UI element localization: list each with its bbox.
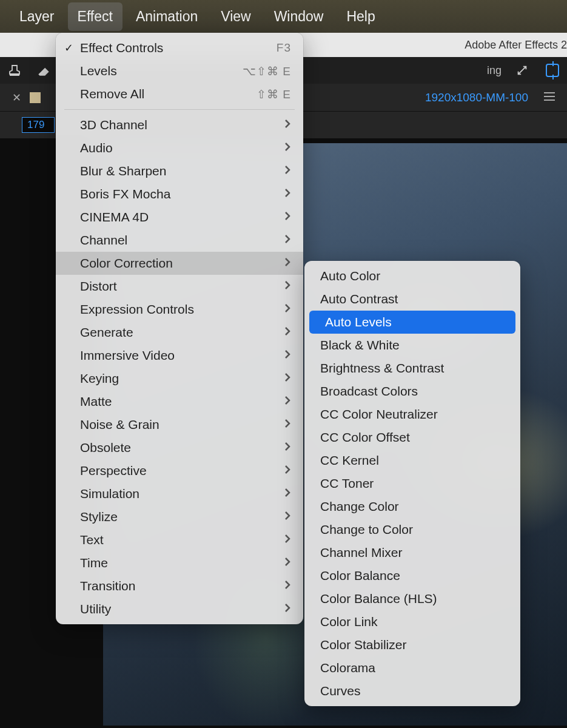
menu-item-label: CC Toner [320, 476, 374, 491]
snapping-icon[interactable] [543, 61, 562, 80]
menu-category-audio[interactable]: Audio [56, 136, 303, 160]
menu-layer[interactable]: Layer [10, 2, 64, 31]
menu-effect-controls[interactable]: ✓ Effect Controls F3 [56, 36, 303, 59]
chevron-right-icon [284, 325, 291, 340]
chevron-right-icon [284, 371, 291, 386]
menu-divider [64, 109, 295, 110]
menu-category-expression-controls[interactable]: Expression Controls [56, 298, 303, 321]
menu-category-perspective[interactable]: Perspective [56, 459, 303, 482]
menu-category-3d-channel[interactable]: 3D Channel [56, 113, 303, 136]
submenu-broadcast-colors[interactable]: Broadcast Colors [304, 380, 520, 403]
submenu-change-to-color[interactable]: Change to Color [304, 518, 520, 541]
menu-category-noise-grain[interactable]: Noise & Grain [56, 413, 303, 436]
shortcut-label: ⇧⌘ E [257, 87, 291, 101]
menu-item-label: Channel Mixer [320, 545, 402, 560]
shortcut-label: F3 [277, 41, 291, 55]
submenu-channel-mixer[interactable]: Channel Mixer [304, 541, 520, 564]
chevron-right-icon [284, 348, 291, 363]
submenu-brightness-contrast[interactable]: Brightness & Contrast [304, 357, 520, 380]
comp-swatch-icon [30, 92, 41, 103]
menu-category-transition[interactable]: Transition [56, 575, 303, 598]
menu-window[interactable]: Window [264, 2, 334, 31]
menu-item-label: Audio [80, 141, 113, 155]
numeric-input[interactable] [22, 117, 55, 133]
menu-item-label: Auto Color [320, 269, 380, 283]
submenu-color-stabilizer[interactable]: Color Stabilizer [304, 633, 520, 656]
menu-item-label: Auto Levels [325, 315, 392, 329]
menu-item-label: Broadcast Colors [320, 384, 418, 399]
menu-category-simulation[interactable]: Simulation [56, 482, 303, 505]
menu-category-utility[interactable]: Utility [56, 598, 303, 621]
menu-item-label: Perspective [80, 463, 147, 478]
menu-category-text[interactable]: Text [56, 528, 303, 551]
menu-item-label: Channel [80, 233, 127, 248]
app-title: Adobe After Effects 2 [465, 39, 567, 52]
menu-category-keying[interactable]: Keying [56, 367, 303, 390]
menu-item-label: Effect Controls [80, 41, 163, 55]
menu-effect[interactable]: Effect [68, 2, 122, 31]
submenu-cc-kernel[interactable]: CC Kernel [304, 449, 520, 472]
menu-remove-all[interactable]: Remove All ⇧⌘ E [56, 83, 303, 106]
composition-name[interactable]: 1920x1080-MM-100 [425, 91, 528, 104]
stamp-tool-icon[interactable] [5, 61, 24, 80]
chevron-right-icon [284, 533, 291, 547]
chevron-right-icon [284, 279, 291, 294]
menu-levels[interactable]: Levels ⌥⇧⌘ E [56, 59, 303, 83]
menu-item-label: Remove All [80, 87, 144, 101]
menu-category-distort[interactable]: Distort [56, 275, 303, 298]
menu-category-obsolete[interactable]: Obsolete [56, 436, 303, 459]
menu-item-label: Change to Color [320, 522, 413, 537]
submenu-curves[interactable]: Curves [304, 679, 520, 703]
menu-category-boris-fx-mocha[interactable]: Boris FX Mocha [56, 183, 303, 206]
submenu-auto-contrast[interactable]: Auto Contrast [304, 288, 520, 311]
menu-item-label: Color Balance (HLS) [320, 592, 437, 606]
menu-item-label: Keying [80, 371, 119, 386]
menu-category-generate[interactable]: Generate [56, 321, 303, 344]
menubar: Layer Effect Animation View Window Help [0, 0, 567, 33]
chevron-right-icon [284, 510, 291, 524]
menu-category-cinema-4d[interactable]: CINEMA 4D [56, 206, 303, 229]
menu-item-label: Time [80, 556, 108, 570]
submenu-color-link[interactable]: Color Link [304, 610, 520, 633]
eraser-tool-icon[interactable] [34, 61, 53, 80]
chevron-right-icon [284, 118, 291, 132]
menu-item-label: Color Link [320, 615, 378, 629]
chevron-right-icon [284, 302, 291, 317]
submenu-cc-color-neutralizer[interactable]: CC Color Neutralizer [304, 403, 520, 426]
menu-help[interactable]: Help [337, 2, 384, 31]
menu-item-label: 3D Channel [80, 118, 147, 132]
expand-icon[interactable] [512, 61, 532, 80]
submenu-color-balance-hls-[interactable]: Color Balance (HLS) [304, 587, 520, 610]
menu-animation[interactable]: Animation [126, 2, 207, 31]
close-tab-icon[interactable]: ✕ [12, 91, 21, 104]
submenu-color-balance[interactable]: Color Balance [304, 564, 520, 587]
submenu-colorama[interactable]: Colorama [304, 656, 520, 679]
chevron-right-icon [284, 187, 291, 201]
submenu-auto-color[interactable]: Auto Color [304, 265, 520, 288]
submenu-cc-color-offset[interactable]: CC Color Offset [304, 426, 520, 449]
menu-item-label: Expression Controls [80, 302, 194, 317]
menu-category-matte[interactable]: Matte [56, 390, 303, 413]
menu-item-label: Blur & Sharpen [80, 164, 166, 178]
chevron-right-icon [284, 579, 291, 593]
color-correction-submenu: Auto ColorAuto ContrastAuto LevelsBlack … [304, 261, 520, 706]
menu-item-label: Levels [80, 64, 117, 78]
menu-item-label: Noise & Grain [80, 417, 159, 432]
menu-category-blur-sharpen[interactable]: Blur & Sharpen [56, 160, 303, 183]
panel-menu-icon[interactable] [544, 92, 555, 103]
menu-view[interactable]: View [211, 2, 260, 31]
menu-category-time[interactable]: Time [56, 551, 303, 575]
menu-category-stylize[interactable]: Stylize [56, 505, 303, 528]
effect-dropdown-menu: ✓ Effect Controls F3 Levels ⌥⇧⌘ E Remove… [56, 33, 303, 624]
chevron-right-icon [284, 487, 291, 501]
submenu-change-color[interactable]: Change Color [304, 495, 520, 518]
submenu-auto-levels[interactable]: Auto Levels [309, 311, 515, 334]
submenu-cc-toner[interactable]: CC Toner [304, 472, 520, 495]
menu-category-immersive-video[interactable]: Immersive Video [56, 344, 303, 367]
toolbar-ing-label: ing [487, 64, 502, 77]
submenu-black-white[interactable]: Black & White [304, 334, 520, 357]
menu-category-color-correction[interactable]: Color Correction [56, 252, 303, 275]
menu-item-label: CC Color Offset [320, 430, 410, 445]
menu-category-channel[interactable]: Channel [56, 229, 303, 252]
chevron-right-icon [284, 210, 291, 224]
